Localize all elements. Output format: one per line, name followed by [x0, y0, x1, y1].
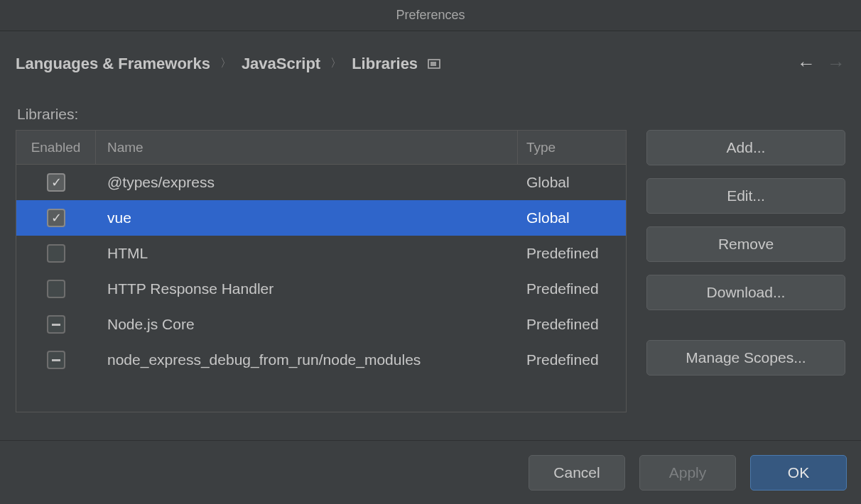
- breadcrumb-item-2[interactable]: Libraries: [352, 55, 418, 73]
- remove-button[interactable]: Remove: [646, 226, 845, 262]
- table-row[interactable]: HTTP Response HandlerPredefined: [16, 271, 626, 307]
- window-title: Preferences: [396, 8, 465, 23]
- table-row[interactable]: HTMLPredefined: [16, 236, 626, 271]
- enabled-checkbox[interactable]: [47, 173, 65, 192]
- column-header-enabled[interactable]: Enabled: [16, 131, 96, 164]
- libraries-section-label: Libraries:: [17, 106, 845, 123]
- breadcrumb: Languages & Frameworks 〉 JavaScript 〉 Li…: [16, 53, 845, 75]
- manage-scopes-button[interactable]: Manage Scopes...: [646, 340, 845, 376]
- cancel-button[interactable]: Cancel: [529, 455, 625, 491]
- table-row[interactable]: node_express_debug_from_run/node_modules…: [16, 342, 626, 378]
- enabled-checkbox[interactable]: [47, 315, 65, 334]
- chevron-right-icon: 〉: [220, 56, 232, 71]
- edit-button[interactable]: Edit...: [646, 178, 845, 214]
- table-body: @types/expressGlobalvueGlobalHTMLPredefi…: [16, 165, 626, 378]
- cell-name: node_express_debug_from_run/node_modules: [96, 342, 518, 378]
- dialog-footer: Cancel Apply OK: [0, 440, 861, 504]
- cell-type: Global: [518, 200, 626, 236]
- add-button[interactable]: Add...: [646, 130, 845, 165]
- enabled-checkbox[interactable]: [47, 209, 65, 227]
- cell-type: Predefined: [518, 342, 626, 378]
- apply-button[interactable]: Apply: [639, 455, 736, 491]
- table-row[interactable]: @types/expressGlobal: [16, 165, 626, 200]
- cell-enabled: [16, 307, 96, 342]
- table-row[interactable]: vueGlobal: [16, 200, 626, 236]
- breadcrumb-nav: ← →: [797, 53, 845, 75]
- cell-name: HTTP Response Handler: [96, 271, 518, 307]
- cell-name: vue: [96, 200, 518, 236]
- side-button-panel: Add... Edit... Remove Download... Manage…: [646, 130, 845, 412]
- libraries-table: Enabled Name Type @types/expressGlobalvu…: [16, 130, 627, 412]
- forward-arrow-icon: →: [827, 53, 845, 75]
- table-header: Enabled Name Type: [16, 131, 626, 165]
- back-arrow-icon[interactable]: ←: [797, 53, 816, 75]
- breadcrumb-item-0[interactable]: Languages & Frameworks: [16, 55, 210, 73]
- cell-enabled: [16, 165, 96, 200]
- cell-enabled: [16, 342, 96, 378]
- cell-name: @types/express: [96, 165, 518, 200]
- cell-enabled: [16, 200, 96, 236]
- enabled-checkbox[interactable]: [47, 244, 65, 263]
- cell-name: HTML: [96, 236, 518, 271]
- cell-type: Predefined: [518, 236, 626, 271]
- cell-type: Predefined: [518, 271, 626, 307]
- cell-type: Global: [518, 165, 626, 200]
- window-titlebar: Preferences: [0, 0, 861, 31]
- enabled-checkbox[interactable]: [47, 280, 65, 298]
- ok-button[interactable]: OK: [750, 455, 847, 491]
- preferences-content: Languages & Frameworks 〉 JavaScript 〉 Li…: [0, 31, 861, 440]
- cell-enabled: [16, 236, 96, 271]
- enabled-checkbox[interactable]: [47, 351, 65, 369]
- breadcrumb-item-1[interactable]: JavaScript: [242, 55, 320, 73]
- main-row: Enabled Name Type @types/expressGlobalvu…: [16, 130, 845, 412]
- table-row[interactable]: Node.js CorePredefined: [16, 307, 626, 342]
- download-button[interactable]: Download...: [646, 275, 845, 310]
- chevron-right-icon: 〉: [330, 56, 342, 71]
- cell-name: Node.js Core: [96, 307, 518, 342]
- cell-type: Predefined: [518, 307, 626, 342]
- cell-enabled: [16, 271, 96, 307]
- column-header-name[interactable]: Name: [96, 131, 518, 164]
- scope-icon: [428, 59, 440, 69]
- column-header-type[interactable]: Type: [518, 131, 626, 164]
